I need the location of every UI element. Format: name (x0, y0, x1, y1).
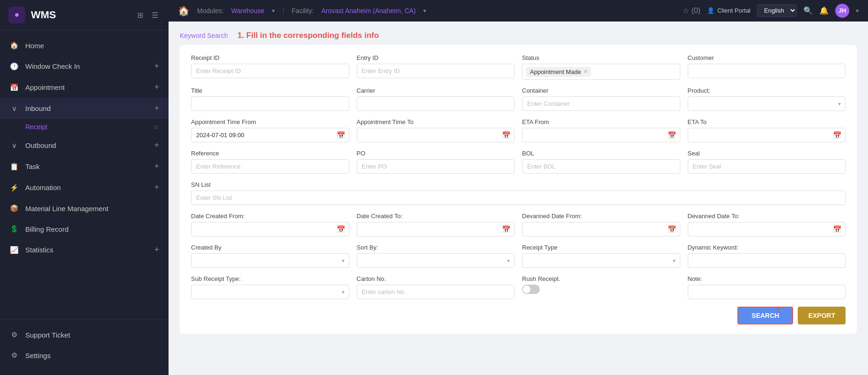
billing-icon: 💲 (9, 224, 19, 234)
receipt-type-select[interactable] (522, 253, 680, 268)
date-created-from-input[interactable] (191, 222, 349, 236)
eta-from-calendar-icon[interactable]: 📅 (668, 131, 677, 140)
sort-by-group: Sort By: (357, 244, 515, 268)
material-icon: 📦 (9, 204, 19, 213)
date-created-from-calendar-icon[interactable]: 📅 (337, 225, 346, 234)
receipt-id-input[interactable] (191, 64, 349, 78)
bol-input[interactable] (522, 159, 680, 174)
keyword-search-label: Keyword Search (180, 32, 228, 39)
sub-receipt-type-select[interactable] (191, 285, 349, 299)
created-by-select[interactable] (191, 253, 349, 268)
task-icon: 📋 (9, 162, 19, 171)
sidebar-item-billing[interactable]: 💲 Billing Record (0, 219, 169, 239)
devanned-to-label: Devanned Date To: (688, 213, 846, 220)
automation-plus-icon[interactable]: + (154, 183, 159, 192)
search-icon-topbar[interactable]: 🔍 (803, 6, 813, 15)
sidebar-item-settings[interactable]: ⚙ Settings (0, 345, 169, 366)
sidebar-item-inbound[interactable]: ∨ Inbound + (0, 98, 169, 119)
button-row: SEARCH EXPORT (191, 307, 846, 324)
receipt-star-icon[interactable]: ☆ (154, 124, 159, 131)
appt-from-input[interactable] (191, 128, 349, 142)
eta-to-calendar-icon[interactable]: 📅 (833, 131, 842, 140)
outbound-plus-icon[interactable]: + (154, 140, 159, 150)
product-select-wrapper (688, 96, 846, 111)
devanned-from-input[interactable] (522, 222, 680, 236)
note-input[interactable] (688, 285, 846, 299)
devanned-to-input[interactable] (688, 222, 846, 236)
export-button[interactable]: EXPORT (798, 307, 846, 324)
appt-to-input[interactable] (357, 128, 515, 142)
checkin-icon: 🕐 (9, 62, 19, 71)
product-group: Product: (688, 87, 846, 111)
inbound-plus-icon[interactable]: + (154, 103, 159, 113)
sidebar-item-home[interactable]: 🏠 Home (0, 35, 169, 56)
container-input[interactable] (522, 96, 680, 111)
window-checkin-plus-icon[interactable]: + (154, 61, 159, 71)
sidebar-item-receipt[interactable]: Receipt ☆ (25, 119, 169, 135)
dynamic-keyword-label: Dynamic Keyword: (688, 244, 846, 251)
customer-input[interactable] (688, 64, 846, 78)
sidebar-item-support[interactable]: ⚙ Support Ticket (0, 324, 169, 345)
eta-to-input[interactable] (688, 128, 846, 142)
appt-from-calendar-icon[interactable]: 📅 (337, 131, 346, 140)
date-created-to-calendar-icon[interactable]: 📅 (502, 225, 511, 234)
facility-name[interactable]: Arovast Anaheim (Anaheim, CA) (322, 7, 416, 15)
title-input[interactable] (191, 96, 349, 111)
facility-chevron: ▾ (423, 7, 426, 14)
sidebar-item-task[interactable]: 📋 Task + (0, 156, 169, 177)
support-icon: ⚙ (9, 330, 19, 339)
language-select[interactable]: English (757, 4, 797, 17)
status-tag-remove[interactable]: × (584, 68, 587, 75)
star-icon-topbar[interactable]: ☆ (0) (683, 6, 700, 15)
sidebar-item-home-label: Home (25, 42, 159, 50)
search-button[interactable]: SEARCH (737, 307, 793, 324)
step1-label: 1. Fill in the corresponding fields info (237, 31, 379, 40)
sidebar-item-window-check-in[interactable]: 🕐 Window Check In + (0, 56, 169, 77)
sub-receipt-type-select-wrapper (191, 285, 349, 299)
receipt-type-label: Receipt Type (522, 244, 680, 251)
po-input[interactable] (357, 159, 515, 174)
seal-input[interactable] (688, 159, 846, 174)
devanned-to-calendar-icon[interactable]: 📅 (833, 225, 842, 234)
eta-from-input[interactable] (522, 128, 680, 142)
sort-by-select-wrapper (357, 253, 515, 268)
dynamic-keyword-input[interactable] (688, 253, 846, 268)
sn-list-label: SN List (191, 181, 846, 188)
home-icon-topbar[interactable]: 🏠 (178, 5, 190, 16)
client-portal-link[interactable]: 👤 Client Portal (707, 7, 750, 14)
user-avatar[interactable]: JH (835, 4, 849, 18)
sidebar-item-material[interactable]: 📦 Material Line Management (0, 198, 169, 219)
rush-receipt-toggle[interactable] (522, 285, 540, 294)
appt-to-calendar-icon[interactable]: 📅 (502, 131, 511, 140)
task-plus-icon[interactable]: + (154, 162, 159, 171)
sn-list-input[interactable] (191, 191, 846, 205)
bell-icon-topbar[interactable]: 🔔 (819, 6, 829, 15)
appt-to-input-wrap: 📅 (357, 128, 515, 142)
statistics-plus-icon[interactable]: + (154, 245, 159, 255)
status-tag-text: Appointment Made (530, 68, 581, 75)
sort-by-select[interactable] (357, 253, 515, 268)
outbound-icon: ∨ (9, 141, 19, 150)
grid-icon-button[interactable]: ⊞ (135, 9, 145, 22)
reference-input[interactable] (191, 159, 349, 174)
product-select[interactable] (688, 96, 846, 111)
status-input-wrap[interactable]: Appointment Made × (522, 64, 680, 80)
appointment-icon: 📅 (9, 83, 19, 92)
carton-no-input[interactable] (357, 285, 515, 299)
appointment-plus-icon[interactable]: + (154, 82, 159, 92)
sidebar-item-automation[interactable]: ⚡ Automation + (0, 177, 169, 198)
sidebar-item-statistics[interactable]: 📈 Statistics + (0, 239, 169, 260)
menu-icon-button[interactable]: ☰ (150, 9, 160, 22)
date-created-to-label: Date Created To: (357, 213, 515, 220)
devanned-from-calendar-icon[interactable]: 📅 (668, 225, 677, 234)
created-by-group: Created By (191, 244, 349, 268)
sidebar-item-appointment[interactable]: 📅 Appointment + (0, 77, 169, 98)
carrier-input[interactable] (357, 96, 515, 111)
status-tag: Appointment Made × (526, 67, 591, 77)
module-name[interactable]: Warehouse (231, 7, 265, 15)
sidebar-item-outbound[interactable]: ∨ Outbound + (0, 135, 169, 156)
bol-label: BOL (522, 150, 680, 157)
sidebar-item-checkin-label: Window Check In (25, 62, 147, 70)
date-created-to-input[interactable] (357, 222, 515, 236)
entry-id-input[interactable] (357, 64, 515, 78)
